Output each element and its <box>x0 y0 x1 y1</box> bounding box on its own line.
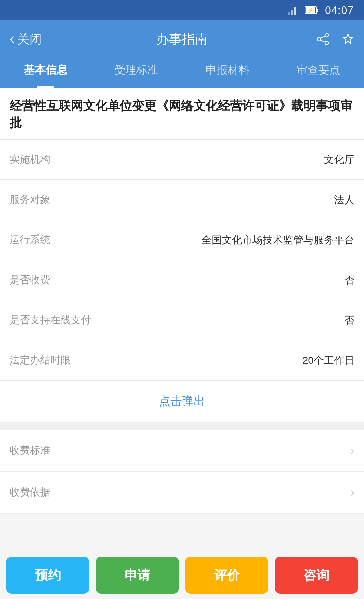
label-target: 服务对象 <box>10 193 71 207</box>
list-label-fee-standard: 收费标准 <box>10 443 50 457</box>
tab-review[interactable]: 审查要点 <box>273 58 364 88</box>
value-institution: 文化厅 <box>324 152 354 167</box>
page-title-section: 经营性互联网文化单位变更《网络文化经营许可证》载明事项审批 <box>0 88 364 140</box>
list-label-fee-basis: 收费依据 <box>10 485 50 499</box>
reserve-button[interactable]: 预约 <box>6 557 89 594</box>
consult-button[interactable]: 咨询 <box>275 557 358 594</box>
tab-basic[interactable]: 基本信息 <box>0 58 91 88</box>
nav-title: 办事指南 <box>156 31 208 48</box>
svg-marker-13 <box>343 34 353 44</box>
info-section: 实施机构 文化厅 服务对象 法人 运行系统 全国文化市场技术监管与服务平台 是否… <box>0 140 364 422</box>
list-row-fee-basis[interactable]: 收费依据 › <box>0 472 364 514</box>
status-time: 04:07 <box>325 4 354 17</box>
label-system: 运行系统 <box>10 233 71 247</box>
svg-point-10 <box>325 41 328 45</box>
value-online-pay: 否 <box>344 312 354 328</box>
svg-rect-0 <box>288 12 290 15</box>
battery-icon: ⚡ <box>305 6 319 15</box>
chevron-right-icon-fee-basis: › <box>350 485 354 500</box>
value-fee: 否 <box>344 272 354 288</box>
status-bar: ⚡ 04:07 <box>0 0 364 20</box>
back-chevron-icon: ‹ <box>10 30 15 47</box>
svg-rect-2 <box>294 7 296 15</box>
label-online-pay: 是否支持在线支付 <box>10 313 91 327</box>
tab-materials[interactable]: 申报材料 <box>182 58 273 88</box>
info-row-system: 运行系统 全国文化市场技术监管与服务平台 <box>0 220 364 260</box>
label-institution: 实施机构 <box>10 152 71 166</box>
gray-separator <box>0 422 364 430</box>
svg-text:⚡: ⚡ <box>308 7 314 13</box>
svg-rect-1 <box>291 10 293 15</box>
info-row-online-pay: 是否支持在线支付 否 <box>0 300 364 340</box>
action-bar: 预约 申请 评价 咨询 <box>0 551 364 599</box>
list-row-fee-standard[interactable]: 收费标准 › <box>0 430 364 472</box>
svg-point-8 <box>325 34 328 37</box>
svg-line-12 <box>320 40 325 42</box>
list-section: 收费标准 › 收费依据 › <box>0 430 364 514</box>
svg-line-11 <box>320 36 325 38</box>
info-row-target: 服务对象 法人 <box>0 180 364 220</box>
tab-standard[interactable]: 受理标准 <box>91 58 182 88</box>
nav-actions <box>316 33 354 46</box>
nav-bar: ‹ 关闭 办事指南 <box>0 20 364 58</box>
info-row-deadline: 法定办结时限 20个工作日 <box>0 340 364 381</box>
nav-back-button[interactable]: ‹ 关闭 <box>10 31 42 48</box>
value-target: 法人 <box>334 192 354 207</box>
signal-icon <box>288 5 299 15</box>
chevron-right-icon-fee-standard: › <box>350 443 354 458</box>
info-row-fee: 是否收费 否 <box>0 260 364 300</box>
back-label: 关闭 <box>17 31 42 48</box>
value-deadline: 20个工作日 <box>302 353 354 368</box>
svg-rect-5 <box>317 9 318 12</box>
rate-button[interactable]: 评价 <box>185 557 268 594</box>
svg-point-9 <box>317 37 321 41</box>
info-row-institution: 实施机构 文化厅 <box>0 140 364 180</box>
label-fee: 是否收费 <box>10 273 71 287</box>
apply-button[interactable]: 申请 <box>96 557 179 594</box>
page-title: 经营性互联网文化单位变更《网络文化经营许可证》载明事项审批 <box>10 97 354 132</box>
value-system: 全国文化市场技术监管与服务平台 <box>201 232 354 247</box>
star-icon[interactable] <box>342 33 354 46</box>
label-deadline: 法定办结时限 <box>10 353 71 367</box>
click-popup-link[interactable]: 点击弹出 <box>159 393 205 409</box>
tab-bar: 基本信息 受理标准 申报材料 审查要点 <box>0 58 364 88</box>
click-popup-section[interactable]: 点击弹出 <box>0 381 364 422</box>
share-icon[interactable] <box>316 33 329 46</box>
